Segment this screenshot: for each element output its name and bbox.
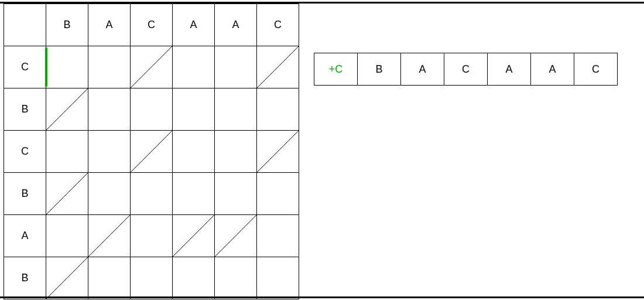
col-header: C: [131, 4, 173, 46]
grid-cell: [88, 131, 131, 173]
insert-label: +C: [314, 53, 358, 86]
grid-cell: [173, 215, 215, 257]
col-header: A: [215, 4, 257, 46]
grid-corner: [4, 4, 46, 46]
row-header: B: [4, 173, 46, 215]
grid-cell: [88, 88, 131, 131]
grid-cell: [88, 46, 131, 88]
grid-cell: [257, 257, 299, 299]
grid-cell: [173, 46, 215, 88]
grid-cell: [88, 215, 131, 257]
grid-cell: [46, 173, 88, 215]
col-header: A: [173, 4, 215, 46]
grid-cell: [46, 88, 88, 131]
col-header: A: [88, 4, 131, 46]
grid-cell: [131, 46, 173, 88]
grid-cell: [215, 215, 257, 257]
row-header: B: [4, 88, 46, 131]
row-header: C: [4, 131, 46, 173]
grid-cell: [173, 88, 215, 131]
grid-cell: [257, 131, 299, 173]
grid-cell: [88, 257, 131, 299]
strip-cell: A: [488, 53, 531, 86]
grid-cell: [257, 88, 299, 131]
strip-cell: C: [574, 53, 618, 86]
grid-cell: [131, 257, 173, 299]
grid-cell: [215, 257, 257, 299]
grid-cell: [173, 173, 215, 215]
alignment-grid: BACAACCBCBAB: [4, 4, 299, 299]
grid-cell: [131, 173, 173, 215]
grid-cell: [173, 257, 215, 299]
row-header: B: [4, 257, 46, 299]
grid-cell: [173, 131, 215, 173]
row-header: A: [4, 215, 46, 257]
grid-cell: [46, 46, 88, 88]
grid-cell: [131, 131, 173, 173]
strip-cell: A: [401, 53, 444, 86]
grid-cell: [215, 46, 257, 88]
grid-cell: [257, 46, 299, 88]
col-header: C: [257, 4, 299, 46]
grid-cell: [46, 215, 88, 257]
grid-cell: [131, 88, 173, 131]
grid-cell: [46, 131, 88, 173]
grid-cell: [88, 173, 131, 215]
grid-cell: [131, 215, 173, 257]
grid-cell: [257, 173, 299, 215]
sequence-strip: +CBACAAC: [314, 53, 618, 86]
col-header: B: [46, 4, 88, 46]
strip-cell: B: [358, 53, 401, 86]
grid-cell: [46, 257, 88, 299]
grid-cell: [257, 215, 299, 257]
strip-cell: C: [444, 53, 488, 86]
strip-cell: A: [531, 53, 574, 86]
grid-cell: [215, 131, 257, 173]
row-header: C: [4, 46, 46, 88]
grid-cell: [215, 88, 257, 131]
grid-cell: [215, 173, 257, 215]
